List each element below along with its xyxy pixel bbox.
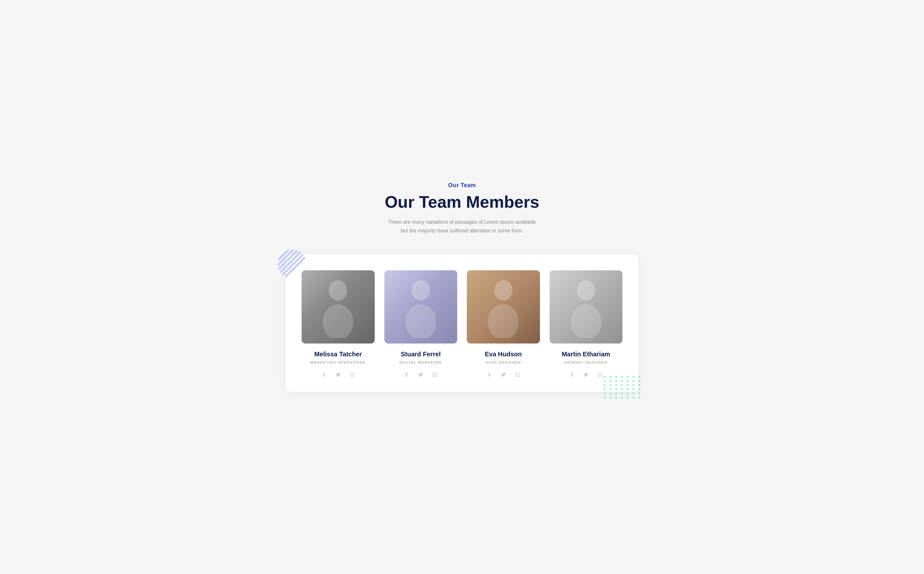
dot xyxy=(610,388,611,390)
member-name-eva: Eva Hudson xyxy=(485,350,522,358)
member-name-stuard: Stuard Ferrel xyxy=(401,350,440,358)
section-label: Our Team xyxy=(286,182,638,189)
facebook-icon-eva[interactable] xyxy=(485,370,494,379)
decorative-dots: // We'll render this dynamically below xyxy=(604,376,642,398)
social-links-martin xyxy=(567,370,605,379)
dot xyxy=(638,388,640,390)
member-role-melissa: MARKETING OPERATIONS xyxy=(311,361,366,364)
dot xyxy=(627,388,629,390)
dot xyxy=(615,393,617,394)
svg-point-23 xyxy=(570,304,601,338)
svg-point-10 xyxy=(329,280,347,301)
member-photo-martin xyxy=(550,270,623,344)
svg-point-15 xyxy=(405,304,436,338)
member-role-eva: UI/UX DESIGNER xyxy=(486,361,521,364)
twitter-icon-stuard[interactable] xyxy=(416,370,425,379)
dot xyxy=(627,384,629,386)
social-links-eva xyxy=(485,370,522,379)
twitter-icon-melissa[interactable] xyxy=(334,370,343,379)
dot xyxy=(604,397,605,398)
member-photo-melissa xyxy=(302,270,375,344)
svg-rect-16 xyxy=(433,372,437,377)
instagram-icon-stuard[interactable] xyxy=(430,370,439,379)
dot xyxy=(615,397,617,398)
dot xyxy=(621,393,623,394)
section-header: Our Team Our Team Members There are many… xyxy=(286,182,638,235)
member-role-martin: GRAPHIC DESIGNER xyxy=(564,361,608,364)
svg-point-18 xyxy=(494,280,512,301)
instagram-icon-martin[interactable] xyxy=(596,370,605,379)
dot xyxy=(627,393,629,394)
instagram-icon-melissa[interactable] xyxy=(348,370,357,379)
team-card-eva: Eva HudsonUI/UX DESIGNER xyxy=(467,270,540,379)
svg-point-14 xyxy=(412,280,430,301)
svg-line-7 xyxy=(276,244,287,256)
dot xyxy=(633,397,634,398)
team-card-melissa: Melissa TatcherMARKETING OPERATIONS xyxy=(302,270,375,379)
dot xyxy=(633,376,634,377)
dot xyxy=(638,380,640,382)
twitter-icon-martin[interactable] xyxy=(581,370,590,379)
dot xyxy=(604,384,605,386)
twitter-icon-eva[interactable] xyxy=(499,370,508,379)
facebook-icon-martin[interactable] xyxy=(567,370,576,379)
dot xyxy=(621,388,623,390)
svg-line-4 xyxy=(276,244,302,270)
member-name-melissa: Melissa Tatcher xyxy=(314,350,362,358)
section-description: There are many variations of passages of… xyxy=(379,218,545,235)
dot xyxy=(615,380,617,382)
svg-rect-24 xyxy=(598,372,602,377)
page-wrapper: Our Team Our Team Members There are many… xyxy=(286,182,638,392)
svg-point-19 xyxy=(488,304,519,338)
svg-line-8 xyxy=(276,244,282,251)
dot xyxy=(633,393,634,394)
dot xyxy=(610,393,611,394)
svg-rect-12 xyxy=(350,372,354,377)
member-photo-eva xyxy=(467,270,540,344)
svg-line-5 xyxy=(276,244,297,265)
dot xyxy=(621,384,623,386)
dot xyxy=(633,380,634,382)
dot xyxy=(638,393,640,394)
dot xyxy=(604,388,605,390)
section-title: Our Team Members xyxy=(286,192,638,212)
dot xyxy=(627,380,629,382)
member-photo-stuard xyxy=(384,270,457,344)
svg-rect-20 xyxy=(515,372,519,377)
dot xyxy=(615,384,617,386)
dot xyxy=(610,397,611,398)
dot xyxy=(604,380,605,382)
dot xyxy=(633,384,634,386)
facebook-icon-stuard[interactable] xyxy=(402,370,411,379)
dot xyxy=(638,376,640,377)
dot xyxy=(610,380,611,382)
team-card-stuard: Stuard FerrelDIGITAL MARKETER xyxy=(384,270,457,379)
svg-point-11 xyxy=(323,304,354,338)
dot xyxy=(638,397,640,398)
svg-point-22 xyxy=(577,280,595,301)
dot xyxy=(621,380,623,382)
dot xyxy=(633,388,634,390)
svg-line-6 xyxy=(276,244,292,261)
team-container: // We'll render this dynamically below M… xyxy=(286,254,638,392)
member-role-stuard: DIGITAL MARKETER xyxy=(399,361,442,364)
instagram-icon-eva[interactable] xyxy=(513,370,522,379)
dot xyxy=(627,397,629,398)
dot xyxy=(621,397,623,398)
dot xyxy=(615,388,617,390)
facebook-icon-melissa[interactable] xyxy=(319,370,328,379)
dot xyxy=(610,384,611,386)
dot xyxy=(604,393,605,394)
team-card-martin: Martin EthariamGRAPHIC DESIGNER xyxy=(550,270,623,379)
social-links-stuard xyxy=(402,370,439,379)
social-links-melissa xyxy=(319,370,357,379)
member-name-martin: Martin Ethariam xyxy=(562,350,610,358)
dot xyxy=(638,384,640,386)
team-grid: Melissa TatcherMARKETING OPERATIONS Stua… xyxy=(302,270,622,379)
dot xyxy=(627,376,629,377)
